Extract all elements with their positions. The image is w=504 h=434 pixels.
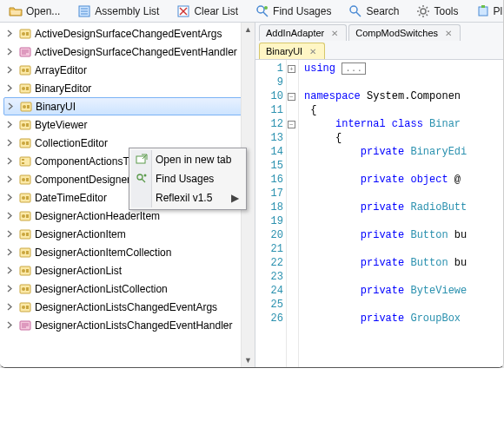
scroll-down-icon[interactable]: ▼: [242, 353, 255, 367]
find-usages-icon: [255, 4, 269, 18]
code-line: internal class Binar: [304, 117, 467, 131]
line-number: 9: [255, 76, 283, 89]
code-area[interactable]: 191011121314151617181920212223242526 + −…: [255, 60, 503, 367]
code-line: [304, 242, 467, 256]
svg-point-44: [22, 214, 25, 218]
fold-collapse-icon[interactable]: −: [288, 93, 295, 101]
tree-item-label: DesignerActionItem: [35, 228, 126, 240]
code-line: using ...: [304, 62, 467, 76]
context-menu-item[interactable]: Reflexil v1.5▶: [131, 188, 244, 207]
tree-item-label: DesignerActionListsChangedEventArgs: [35, 301, 217, 313]
tree-item[interactable]: DesignerActionListsChangedEventHandler: [0, 316, 255, 334]
line-number: 12: [255, 117, 283, 131]
code-line: private ByteViewe: [304, 284, 467, 298]
tree-item[interactable]: DesignerActionList: [0, 261, 255, 279]
open-button[interactable]: Open...: [3, 2, 65, 21]
line-number: 18: [255, 201, 283, 214]
svg-point-7: [257, 6, 264, 13]
expander-icon[interactable]: [5, 302, 16, 312]
tab-close-icon[interactable]: ✕: [329, 28, 340, 38]
find-usages-label: Find Usages: [273, 5, 331, 17]
line-number: 19: [255, 214, 283, 228]
assembly-list-button[interactable]: Assembly List: [72, 2, 164, 21]
tree-item[interactable]: DesignerActionListsChangedEventArgs: [0, 298, 255, 316]
class-icon: [18, 300, 32, 314]
plugins-button[interactable]: Plugins: [471, 2, 505, 21]
submenu-caret-icon: ▶: [231, 192, 239, 204]
context-menu: Open in new tabFind UsagesReflexil v1.5▶: [129, 148, 247, 210]
class-icon: [18, 45, 32, 59]
class-icon: [18, 282, 32, 296]
expander-icon[interactable]: [5, 47, 16, 57]
svg-rect-45: [26, 214, 29, 218]
code-line: [304, 214, 467, 228]
svg-point-59: [22, 306, 25, 309]
class-icon: [18, 246, 32, 260]
expander-icon[interactable]: [5, 266, 16, 276]
class-icon: [18, 155, 32, 168]
code-line: [304, 187, 467, 201]
folder-open-icon: [9, 4, 23, 18]
tree-item-label: ArrayEditor: [35, 64, 87, 76]
svg-rect-51: [26, 251, 29, 254]
expander-icon[interactable]: [5, 156, 16, 167]
line-number: 26: [255, 312, 283, 326]
tree-item-label: DesignerActionListsChangedEventHandler: [35, 319, 232, 332]
tree-item[interactable]: DesignerActionItem: [0, 225, 255, 243]
code-line: {: [304, 131, 467, 145]
line-number: 20: [255, 228, 283, 242]
tools-button[interactable]: Tools: [411, 2, 463, 21]
tree-item[interactable]: ActiveDesignSurfaceChangedEventHandler: [0, 43, 255, 61]
expander-icon[interactable]: [5, 83, 16, 94]
fold-collapse-icon[interactable]: −: [288, 121, 295, 128]
expander-icon[interactable]: [5, 174, 16, 185]
tree-item[interactable]: ArrayEditor: [0, 61, 255, 79]
tree-item[interactable]: ActiveDesignSurfaceChangedEventArgs: [0, 24, 255, 43]
tab-close-icon[interactable]: ✕: [443, 28, 454, 38]
tree-item[interactable]: BinaryUI: [3, 97, 251, 115]
expander-icon[interactable]: [5, 284, 16, 294]
line-number: 24: [255, 284, 283, 298]
svg-point-65: [144, 174, 147, 177]
expander-icon[interactable]: [5, 193, 16, 203]
tab-label: CompModSwitches: [355, 28, 438, 38]
fold-expand-icon[interactable]: +: [288, 65, 295, 73]
fold-gutter[interactable]: + − −: [287, 60, 299, 367]
tree-item-label: ComponentDesigner: [35, 174, 130, 186]
tree-item-label: ActiveDesignSurfaceChangedEventHandler: [35, 46, 237, 58]
code-line: private Button bu: [304, 228, 467, 242]
expander-icon[interactable]: [5, 65, 16, 76]
tree-item-label: BinaryUI: [36, 101, 76, 113]
tree-item[interactable]: DesignerActionListCollection: [0, 279, 255, 298]
tree-item[interactable]: BinaryEditor: [0, 79, 255, 97]
find-usages-button[interactable]: Find Usages: [250, 2, 336, 21]
expander-icon[interactable]: [5, 247, 16, 258]
scroll-up-icon[interactable]: ▲: [242, 23, 255, 36]
svg-point-23: [22, 87, 25, 90]
svg-rect-35: [22, 159, 24, 161]
app-window: Open... Assembly List Clear List Find Us…: [0, 0, 504, 368]
class-icon: [18, 136, 32, 150]
code-body[interactable]: using ... namespace System.Componen { in…: [299, 60, 467, 367]
code-line: [304, 270, 467, 284]
context-menu-item[interactable]: Find Usages: [131, 169, 244, 188]
clear-list-button[interactable]: Clear List: [171, 2, 243, 21]
expander-icon[interactable]: [5, 229, 16, 240]
class-icon: [18, 264, 32, 278]
expander-icon[interactable]: [5, 211, 16, 221]
tab[interactable]: AddInAdapter✕: [259, 24, 347, 41]
tab[interactable]: CompModSwitches✕: [348, 24, 461, 41]
tab-close-icon[interactable]: ✕: [308, 46, 318, 56]
line-number: 11: [255, 103, 283, 117]
expander-icon[interactable]: [6, 102, 17, 112]
expander-icon[interactable]: [5, 29, 16, 39]
expander-icon[interactable]: [5, 120, 16, 130]
expander-icon[interactable]: [5, 320, 16, 331]
tab[interactable]: BinaryUI✕: [259, 43, 325, 59]
tree-item[interactable]: ByteViewer: [0, 115, 255, 134]
svg-point-12: [421, 9, 426, 14]
context-menu-item[interactable]: Open in new tab: [131, 150, 244, 169]
search-button[interactable]: Search: [343, 2, 404, 21]
expander-icon[interactable]: [5, 138, 16, 148]
tree-item[interactable]: DesignerActionItemCollection: [0, 243, 255, 261]
